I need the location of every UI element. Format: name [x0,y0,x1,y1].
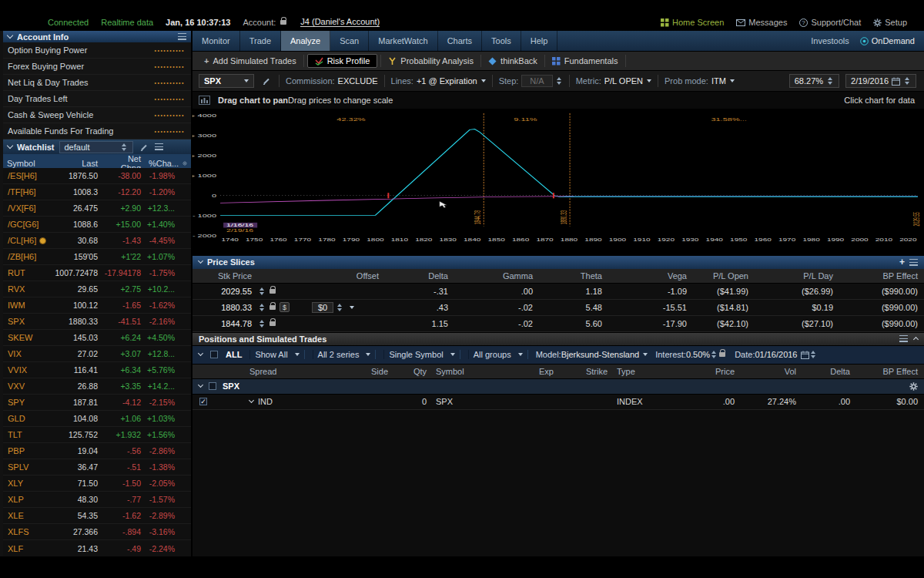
col-pctchange[interactable]: %Cha... [145,159,179,168]
pencil-icon[interactable] [138,142,150,153]
fundamentals-button[interactable]: Fundamentals [545,55,625,67]
dollar-offset-button[interactable]: $ [280,302,290,312]
positions-date-input[interactable]: Date:01/16/2016 [735,350,816,359]
watchlist-row-VXV[interactable]: VXV26.88+3.35+14.2... [3,378,191,395]
group-checkbox[interactable] [209,382,216,390]
pencil-icon[interactable] [260,76,273,86]
position-row[interactable]: IND 0 SPX INDEX .00 27.24% .00 $0.00 [192,395,924,410]
ondemand-button[interactable]: OnDemand [860,36,915,45]
collapse-up-icon[interactable] [913,337,919,342]
date-input[interactable]: 2/19/2016 [845,74,916,88]
thinkback-button[interactable]: thinkBack [481,55,544,67]
watchlist-row-SPX[interactable]: SPX1880.33-41.51-2.16% [3,314,191,330]
messages-button[interactable]: Messages [736,18,787,27]
all-label[interactable]: ALL [226,350,242,359]
probability-analysis-button[interactable]: Probability Analysis [381,55,480,67]
watchlist-row-/VX[F6][interactable]: /VX[F6]26.475+2.90+12.3... [3,200,191,217]
investools-link[interactable]: Investools [811,36,849,45]
watchlist-row-VVIX[interactable]: VVIX116.41+6.34+5.76% [3,362,191,378]
col-last[interactable]: Last [54,159,102,168]
stepper[interactable] [557,77,561,85]
commission-control[interactable]: Commission:EXCLUDE [286,76,378,86]
watchlist-row-RUT[interactable]: RUT1007.72478-17.94178-1.75% [3,265,191,281]
tab-tools[interactable]: Tools [482,31,521,51]
watchlist-row-XLE[interactable]: XLE54.35-1.62-2.89% [3,508,191,524]
add-slice-icon[interactable]: + [899,258,905,266]
watchlist-row-XLFS[interactable]: XLFS27.366-.894-3.16% [3,524,191,540]
collapse-caret-icon[interactable] [198,382,203,388]
prob-value-input[interactable]: 68.27% [789,74,839,88]
watchlist-column-headers[interactable]: Symbol Last Net Chng %Cha... [3,154,191,168]
prob-mode-dropdown[interactable]: Prob mode:ITM [665,76,735,86]
watchlist-row-XLF[interactable]: XLF21.43-.49-2.24% [3,540,191,556]
watchlist-row-XLY[interactable]: XLY71.50-1.50-2.05% [3,476,191,492]
add-simulated-trades-button[interactable]: +Add Simulated Trades [197,55,303,67]
section-menu-icon[interactable] [909,259,918,266]
price-slice-row-1844.78[interactable]: 1844.781.15-.025.60-17.90($42.10)($27.10… [192,316,924,332]
setup-button[interactable]: Setup [873,18,907,27]
price-slices-header[interactable]: Price Slices + [192,256,924,269]
symbol-select[interactable]: SPX [199,74,254,88]
risk-profile-button[interactable]: Risk Profile [307,54,378,68]
row-checkbox[interactable] [199,398,207,405]
stepper[interactable] [905,77,909,85]
col-symbol[interactable]: Symbol [3,159,54,168]
tab-scan[interactable]: Scan [330,31,369,51]
watchlist-row-/TF[H6][interactable]: /TF[H6]1008.3-12.20-1.20% [3,184,191,200]
show-filter-dropdown[interactable]: Show All [249,350,304,359]
watchlist-row-XLP[interactable]: XLP48.30-.77-1.57% [3,492,191,508]
interest-input[interactable]: Interest:0.50% [655,350,727,359]
watchlist-row-RVX[interactable]: RVX29.65+2.75+10.2... [3,281,191,297]
watchlist-row-GLD[interactable]: GLD104.08+1.06+1.03% [3,411,191,427]
stepper[interactable] [122,143,126,151]
watchlist-row-/GC[G6][interactable]: /GC[G6]1088.6+15.00+1.40% [3,217,191,233]
collapse-caret-icon[interactable] [7,143,13,149]
tab-trade[interactable]: Trade [240,31,281,51]
collapse-caret-icon[interactable] [7,32,13,39]
account-selector[interactable]: J4 (Daniel's Account) [300,17,380,27]
collapse-caret-icon[interactable] [198,258,203,264]
watchlist-row-VIX[interactable]: VIX27.02+3.07+12.8... [3,346,191,362]
symbol-group-row[interactable]: SPX [192,379,924,395]
stepper[interactable] [259,287,264,295]
watchlist-row-/CL[H6][interactable]: /CL[H6]30.68-1.43-4.45% [3,233,191,249]
lock-icon[interactable] [719,352,725,357]
chart-mode-icon[interactable] [199,96,210,105]
watchlist-row-SPLV[interactable]: SPLV36.47-.51-1.38% [3,459,191,476]
series-filter-dropdown[interactable]: All 2 series [313,350,377,359]
price-slice-row-2029.55[interactable]: 2029.55-.31.001.18-1.09($41.99)($26.99)(… [192,284,924,300]
stepper[interactable] [811,351,815,358]
stepper[interactable] [828,77,832,85]
section-menu-icon[interactable] [155,143,163,150]
section-menu-icon[interactable] [178,33,186,40]
stepper[interactable] [259,320,264,328]
section-menu-icon[interactable] [899,335,908,342]
groups-dropdown[interactable]: All groups [468,350,528,359]
select-all-checkbox[interactable] [210,351,218,358]
home-screen-button[interactable]: Home Screen [661,18,724,27]
watchlist-row-/ZB[H6][interactable]: /ZB[H6]159'05+1'22+1.07% [3,249,191,265]
watchlist-row-TLT[interactable]: TLT125.752+1.932+1.56% [3,427,191,443]
account-info-header[interactable]: Account Info [3,31,191,42]
price-slice-row-1880.33[interactable]: 1880.33$$0.43-.025.48-15.51($14.81)$0.19… [192,300,924,316]
tab-analyze[interactable]: Analyze [281,31,330,51]
collapse-caret-icon[interactable] [198,351,203,356]
symbol-mode-dropdown[interactable]: Single Symbol [383,350,460,359]
risk-profile-chart[interactable]: + 4000+ 3000+ 2000+ 10000- 1000- 2000174… [192,109,924,256]
tab-monitor[interactable]: Monitor [192,31,240,51]
stepper[interactable] [337,304,342,311]
chevron-down-icon[interactable] [350,306,354,309]
model-dropdown[interactable]: Model:Bjerksund-Stensland [536,350,648,359]
watchlist-row-SPY[interactable]: SPY187.81-4.12-2.15% [3,395,191,411]
lines-dropdown[interactable]: Lines:+1 @ Expiration [391,76,486,86]
watchlist-row-/ES[H6][interactable]: /ES[H6]1876.50-38.00-1.98% [3,168,191,184]
stepper[interactable] [711,351,716,358]
watchlist-row-IWM[interactable]: IWM100.12-1.65-1.62% [3,297,191,314]
stepper[interactable] [259,304,264,311]
positions-header[interactable]: Positions and Simulated Trades [192,332,924,345]
metric-dropdown[interactable]: Metric:P/L OPEN [576,76,651,86]
watchlist-row-PBP[interactable]: PBP19.04-.56-2.86% [3,443,191,459]
lock-icon[interactable] [270,305,276,310]
group-gear-icon[interactable] [909,382,918,391]
offset-input[interactable]: $0 [312,302,333,313]
